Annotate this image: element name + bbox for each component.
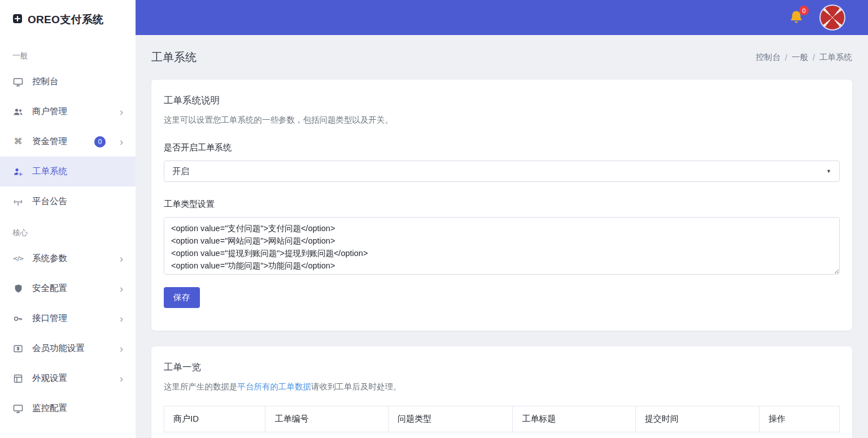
selected-option-label: 开启 [172,166,189,177]
sidebar-section-label: 核心 [0,216,136,244]
table-header-cell: 商户ID [164,406,265,432]
table-header-cell: 工单编号 [265,406,389,432]
ticket-settings-card: 工单系统说明 这里可以设置您工单系统的一些参数，包括问题类型以及开关。 是否开启… [151,80,852,331]
settings-card-description: 这里可以设置您工单系统的一些参数，包括问题类型以及开关。 [164,115,840,125]
sidebar-item-security[interactable]: 安全配置› [0,274,136,303]
sidebar-item-label: 会员功能设置 [32,342,85,354]
ticket-types-textarea[interactable]: <option value="支付问题">支付问题</option> <opti… [164,217,840,275]
table-header-cell: 提交时间 [635,406,759,432]
sidebar-item-member-features[interactable]: 会员功能设置› [0,333,136,363]
tickets-table: 商户ID工单编号问题类型工单标题提交时间操作 [164,406,840,432]
app-root: OREO支付系统 一般控制台商户管理›⌘资金管理0›工单系统平台公告核心</>系… [0,0,868,438]
chevron-right-icon: › [120,314,123,324]
app-logo: OREO支付系统 [0,0,136,40]
sidebar-item-label: 商户管理 [32,106,67,118]
sidebar-item-label: 平台公告 [32,196,67,207]
user-avatar[interactable] [819,5,845,31]
sidebar-item-api[interactable]: 接口管理› [0,303,136,333]
page-content: 工单系统 控制台/一般/工单系统 工单系统说明 这里可以设置您工单系统的一些参数… [136,35,868,438]
chevron-right-icon: › [120,254,123,264]
sidebar-item-label: 监控配置 [32,402,67,414]
user-gear-icon [12,166,24,177]
notification-count-badge: 0 [799,6,809,15]
sidebar-section-label: 一般 [0,40,136,67]
breadcrumb-separator: / [813,53,815,62]
bell-icon [789,17,804,27]
page-title: 工单系统 [151,50,197,65]
main-area: 0 工单系统 控制台/一般/工单系统 工单系统说明 这里可以设置您工单系统的一些… [136,0,868,438]
command-icon: ⌘ [12,136,24,148]
logo-text: OREO支付系统 [28,12,103,27]
types-field-label: 工单类型设置 [164,199,840,210]
notifications-button[interactable]: 0 [789,10,804,25]
sidebar-item-label: 资金管理 [32,136,67,148]
sidebar-item-label: 安全配置 [32,283,67,294]
table-header-cell: 问题类型 [389,406,513,432]
chevron-right-icon: › [120,137,123,147]
topbar: 0 [136,0,868,35]
sidebar: OREO支付系统 一般控制台商户管理›⌘资金管理0›工单系统平台公告核心</>系… [0,0,136,438]
description-prefix: 这里所产生的数据是 [164,382,238,391]
monitor-icon [12,76,24,88]
toggle-field-label: 是否开启工单系统 [164,142,840,153]
select-caret-icon: ▼ [826,168,831,174]
table-header-cell: 工单标题 [513,406,636,432]
broadcast-icon [12,196,24,207]
sidebar-item-system-params[interactable]: </>系统参数› [0,244,136,274]
tickets-card-description: 这里所产生的数据是平台所有的工单数据请收到工单后及时处理。 [164,381,840,392]
settings-card-title: 工单系统说明 [164,94,840,107]
users-icon [12,106,24,118]
key-icon [12,313,24,324]
sidebar-item-console[interactable]: 控制台 [0,67,136,97]
tickets-card-title: 工单一览 [164,361,840,374]
description-suffix: 请收到工单后及时处理。 [311,382,402,391]
shield-icon [12,283,24,294]
all-tickets-link[interactable]: 平台所有的工单数据 [238,382,312,391]
chevron-right-icon: › [120,107,123,117]
sidebar-item-funds[interactable]: ⌘资金管理0› [0,127,136,157]
breadcrumb-separator: / [785,53,787,62]
page-header: 工单系统 控制台/一般/工单系统 [151,50,852,65]
chevron-right-icon: › [120,344,123,354]
save-button[interactable]: 保存 [164,287,200,308]
sidebar-item-label: 控制台 [32,76,59,88]
ticket-system-toggle-select[interactable]: 开启 ▼ [164,161,840,182]
sidebar-item-appearance[interactable]: 外观设置› [0,363,136,393]
code-icon: </> [12,253,24,264]
sidebar-nav: 一般控制台商户管理›⌘资金管理0›工单系统平台公告核心</>系统参数›安全配置›… [0,40,136,423]
sidebar-item-monitoring[interactable]: 监控配置 [0,393,136,423]
card-icon [12,343,24,354]
table-header-cell: 操作 [759,406,839,432]
sidebar-item-label: 系统参数 [32,253,67,264]
chevron-right-icon: › [120,374,123,384]
sidebar-item-label: 工单系统 [32,166,67,177]
sidebar-item-announcements[interactable]: 平台公告 [0,187,136,216]
chevron-right-icon: › [120,284,123,294]
breadcrumb: 控制台/一般/工单系统 [756,52,852,63]
breadcrumb-item[interactable]: 控制台 [756,52,780,63]
monitor-icon [12,403,24,414]
sidebar-item-merchants[interactable]: 商户管理› [0,97,136,127]
table-header-row: 商户ID工单编号问题类型工单标题提交时间操作 [164,406,840,432]
tickets-list-card: 工单一览 这里所产生的数据是平台所有的工单数据请收到工单后及时处理。 商户ID工… [151,346,852,438]
layout-icon [12,373,24,384]
breadcrumb-item: 工单系统 [819,52,852,63]
count-badge: 0 [94,136,106,148]
sidebar-item-label: 接口管理 [32,313,67,324]
sidebar-item-tickets[interactable]: 工单系统 [0,157,136,187]
sidebar-item-label: 外观设置 [32,372,67,384]
logo-icon [12,14,23,27]
breadcrumb-item[interactable]: 一般 [792,52,808,63]
